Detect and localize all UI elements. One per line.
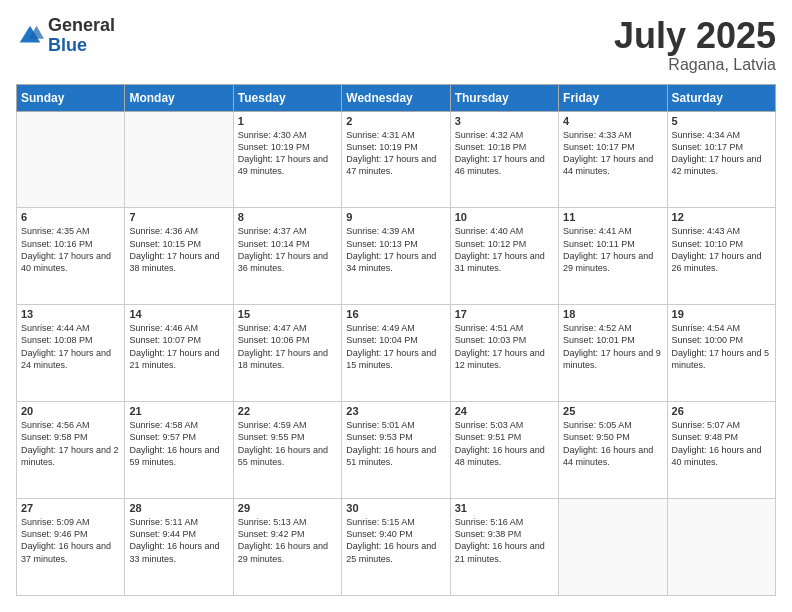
day-info: Sunrise: 4:49 AMSunset: 10:04 PMDaylight…	[346, 322, 445, 371]
calendar-cell: 13Sunrise: 4:44 AMSunset: 10:08 PMDaylig…	[17, 305, 125, 402]
weekday-header-monday: Monday	[125, 84, 233, 111]
day-number: 24	[455, 405, 554, 417]
day-info: Sunrise: 4:46 AMSunset: 10:07 PMDaylight…	[129, 322, 228, 371]
calendar-cell	[559, 499, 667, 596]
weekday-header-row: SundayMondayTuesdayWednesdayThursdayFrid…	[17, 84, 776, 111]
day-number: 3	[455, 115, 554, 127]
week-row-2: 6Sunrise: 4:35 AMSunset: 10:16 PMDayligh…	[17, 208, 776, 305]
day-number: 2	[346, 115, 445, 127]
calendar-cell: 22Sunrise: 4:59 AMSunset: 9:55 PMDayligh…	[233, 402, 341, 499]
day-info: Sunrise: 4:37 AMSunset: 10:14 PMDaylight…	[238, 225, 337, 274]
day-info: Sunrise: 4:30 AMSunset: 10:19 PMDaylight…	[238, 129, 337, 178]
logo-icon	[16, 22, 44, 50]
day-number: 26	[672, 405, 771, 417]
day-info: Sunrise: 4:51 AMSunset: 10:03 PMDaylight…	[455, 322, 554, 371]
calendar-cell: 12Sunrise: 4:43 AMSunset: 10:10 PMDaylig…	[667, 208, 775, 305]
day-number: 11	[563, 211, 662, 223]
title-block: July 2025 Ragana, Latvia	[614, 16, 776, 74]
day-number: 28	[129, 502, 228, 514]
calendar-cell: 1Sunrise: 4:30 AMSunset: 10:19 PMDayligh…	[233, 111, 341, 208]
day-info: Sunrise: 4:58 AMSunset: 9:57 PMDaylight:…	[129, 419, 228, 468]
calendar-cell: 17Sunrise: 4:51 AMSunset: 10:03 PMDaylig…	[450, 305, 558, 402]
calendar-cell: 23Sunrise: 5:01 AMSunset: 9:53 PMDayligh…	[342, 402, 450, 499]
day-info: Sunrise: 5:03 AMSunset: 9:51 PMDaylight:…	[455, 419, 554, 468]
day-number: 20	[21, 405, 120, 417]
day-info: Sunrise: 4:41 AMSunset: 10:11 PMDaylight…	[563, 225, 662, 274]
calendar-cell: 2Sunrise: 4:31 AMSunset: 10:19 PMDayligh…	[342, 111, 450, 208]
day-number: 30	[346, 502, 445, 514]
logo: General Blue	[16, 16, 115, 56]
calendar-cell: 11Sunrise: 4:41 AMSunset: 10:11 PMDaylig…	[559, 208, 667, 305]
day-info: Sunrise: 4:35 AMSunset: 10:16 PMDaylight…	[21, 225, 120, 274]
calendar-cell: 6Sunrise: 4:35 AMSunset: 10:16 PMDayligh…	[17, 208, 125, 305]
calendar-cell: 15Sunrise: 4:47 AMSunset: 10:06 PMDaylig…	[233, 305, 341, 402]
day-info: Sunrise: 4:54 AMSunset: 10:00 PMDaylight…	[672, 322, 771, 371]
day-info: Sunrise: 4:31 AMSunset: 10:19 PMDaylight…	[346, 129, 445, 178]
day-info: Sunrise: 4:52 AMSunset: 10:01 PMDaylight…	[563, 322, 662, 371]
day-number: 18	[563, 308, 662, 320]
weekday-header-sunday: Sunday	[17, 84, 125, 111]
location-subtitle: Ragana, Latvia	[614, 56, 776, 74]
calendar-cell: 24Sunrise: 5:03 AMSunset: 9:51 PMDayligh…	[450, 402, 558, 499]
calendar-cell: 14Sunrise: 4:46 AMSunset: 10:07 PMDaylig…	[125, 305, 233, 402]
week-row-1: 1Sunrise: 4:30 AMSunset: 10:19 PMDayligh…	[17, 111, 776, 208]
logo-text: General Blue	[48, 16, 115, 56]
calendar-cell: 4Sunrise: 4:33 AMSunset: 10:17 PMDayligh…	[559, 111, 667, 208]
day-info: Sunrise: 5:01 AMSunset: 9:53 PMDaylight:…	[346, 419, 445, 468]
calendar-cell: 30Sunrise: 5:15 AMSunset: 9:40 PMDayligh…	[342, 499, 450, 596]
day-info: Sunrise: 4:39 AMSunset: 10:13 PMDaylight…	[346, 225, 445, 274]
day-info: Sunrise: 4:40 AMSunset: 10:12 PMDaylight…	[455, 225, 554, 274]
header: General Blue July 2025 Ragana, Latvia	[16, 16, 776, 74]
day-info: Sunrise: 5:13 AMSunset: 9:42 PMDaylight:…	[238, 516, 337, 565]
page: General Blue July 2025 Ragana, Latvia Su…	[0, 0, 792, 612]
week-row-5: 27Sunrise: 5:09 AMSunset: 9:46 PMDayligh…	[17, 499, 776, 596]
day-number: 10	[455, 211, 554, 223]
day-info: Sunrise: 5:11 AMSunset: 9:44 PMDaylight:…	[129, 516, 228, 565]
day-info: Sunrise: 4:34 AMSunset: 10:17 PMDaylight…	[672, 129, 771, 178]
calendar-cell	[667, 499, 775, 596]
calendar-cell: 29Sunrise: 5:13 AMSunset: 9:42 PMDayligh…	[233, 499, 341, 596]
day-info: Sunrise: 4:59 AMSunset: 9:55 PMDaylight:…	[238, 419, 337, 468]
day-number: 5	[672, 115, 771, 127]
calendar-cell: 27Sunrise: 5:09 AMSunset: 9:46 PMDayligh…	[17, 499, 125, 596]
day-number: 31	[455, 502, 554, 514]
calendar-cell: 9Sunrise: 4:39 AMSunset: 10:13 PMDayligh…	[342, 208, 450, 305]
day-number: 25	[563, 405, 662, 417]
day-info: Sunrise: 5:07 AMSunset: 9:48 PMDaylight:…	[672, 419, 771, 468]
day-number: 12	[672, 211, 771, 223]
day-info: Sunrise: 4:32 AMSunset: 10:18 PMDaylight…	[455, 129, 554, 178]
day-info: Sunrise: 4:44 AMSunset: 10:08 PMDaylight…	[21, 322, 120, 371]
day-number: 6	[21, 211, 120, 223]
day-number: 23	[346, 405, 445, 417]
calendar-cell: 28Sunrise: 5:11 AMSunset: 9:44 PMDayligh…	[125, 499, 233, 596]
calendar-cell: 3Sunrise: 4:32 AMSunset: 10:18 PMDayligh…	[450, 111, 558, 208]
logo-blue: Blue	[48, 36, 115, 56]
calendar-cell: 18Sunrise: 4:52 AMSunset: 10:01 PMDaylig…	[559, 305, 667, 402]
day-number: 9	[346, 211, 445, 223]
day-info: Sunrise: 4:33 AMSunset: 10:17 PMDaylight…	[563, 129, 662, 178]
calendar-cell: 16Sunrise: 4:49 AMSunset: 10:04 PMDaylig…	[342, 305, 450, 402]
day-info: Sunrise: 5:15 AMSunset: 9:40 PMDaylight:…	[346, 516, 445, 565]
calendar-table: SundayMondayTuesdayWednesdayThursdayFrid…	[16, 84, 776, 596]
day-number: 1	[238, 115, 337, 127]
calendar-cell	[17, 111, 125, 208]
weekday-header-saturday: Saturday	[667, 84, 775, 111]
day-number: 7	[129, 211, 228, 223]
calendar-cell	[125, 111, 233, 208]
day-info: Sunrise: 4:36 AMSunset: 10:15 PMDaylight…	[129, 225, 228, 274]
calendar-cell: 21Sunrise: 4:58 AMSunset: 9:57 PMDayligh…	[125, 402, 233, 499]
day-number: 13	[21, 308, 120, 320]
weekday-header-friday: Friday	[559, 84, 667, 111]
calendar-cell: 7Sunrise: 4:36 AMSunset: 10:15 PMDayligh…	[125, 208, 233, 305]
calendar-cell: 31Sunrise: 5:16 AMSunset: 9:38 PMDayligh…	[450, 499, 558, 596]
day-info: Sunrise: 5:05 AMSunset: 9:50 PMDaylight:…	[563, 419, 662, 468]
weekday-header-thursday: Thursday	[450, 84, 558, 111]
calendar-cell: 10Sunrise: 4:40 AMSunset: 10:12 PMDaylig…	[450, 208, 558, 305]
day-number: 15	[238, 308, 337, 320]
day-number: 17	[455, 308, 554, 320]
logo-general: General	[48, 16, 115, 36]
day-info: Sunrise: 4:56 AMSunset: 9:58 PMDaylight:…	[21, 419, 120, 468]
day-number: 16	[346, 308, 445, 320]
calendar-cell: 8Sunrise: 4:37 AMSunset: 10:14 PMDayligh…	[233, 208, 341, 305]
day-number: 29	[238, 502, 337, 514]
